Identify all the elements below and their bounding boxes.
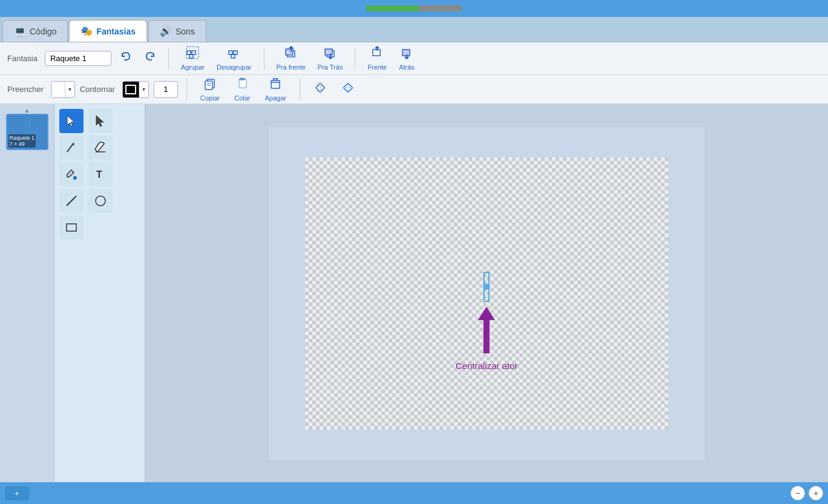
svg-rect-11: [325, 49, 332, 55]
tab-codigo[interactable]: 💻 Código: [2, 20, 68, 42]
flip-v-button[interactable]: [337, 79, 360, 100]
fantasia-label: Fantasia: [7, 54, 38, 63]
size-input[interactable]: [154, 81, 178, 98]
copiar-icon: [203, 77, 217, 93]
agrupar-button[interactable]: Agrupar: [177, 44, 208, 73]
colar-label: Colar: [234, 94, 250, 102]
paddle-shape: [484, 272, 490, 302]
canvas-area[interactable]: Centralizar ator: [145, 104, 828, 482]
fill-color-preview: [51, 82, 65, 97]
svg-rect-21: [239, 79, 246, 88]
tab-fantasias-label: Fantasias: [96, 27, 136, 36]
svg-rect-1: [192, 51, 196, 54]
separator2: [264, 48, 264, 70]
svg-point-37: [96, 196, 105, 206]
pra-frente-label: Pra frente: [277, 64, 306, 71]
pra-tras-button[interactable]: Pra Trás: [314, 44, 347, 73]
center-actor-label: Centralizar ator: [456, 361, 518, 371]
sprite-label: Raquete 1 7 × 49: [8, 134, 36, 148]
separator1: [168, 48, 169, 70]
apagar-icon: [269, 77, 282, 93]
progress-bar: [366, 5, 462, 11]
desagrupar-button[interactable]: Desagrupar: [213, 44, 255, 73]
pra-tras-label: Pra Trás: [318, 64, 343, 71]
scroll-up: ▲: [2, 106, 51, 114]
svg-line-36: [67, 196, 76, 206]
undo-button[interactable]: [116, 48, 136, 68]
zoom-minus-icon: −: [795, 488, 800, 498]
svg-marker-30: [67, 116, 74, 126]
copiar-button[interactable]: Copiar: [196, 74, 225, 104]
atras-button[interactable]: Atrás: [395, 44, 418, 73]
arrow-head: [478, 307, 495, 320]
outline-inner-box: [125, 85, 136, 94]
svg-rect-8: [286, 49, 293, 55]
select-tool[interactable]: [59, 109, 84, 133]
zoom-controls: − +: [790, 486, 823, 500]
svg-rect-5: [234, 51, 237, 54]
sprite-thumb-raquete1[interactable]: Raquete 1 7 × 49: [6, 114, 48, 150]
undo-icon: [120, 51, 132, 66]
desagrupar-label: Desagrupar: [217, 64, 251, 71]
toolbox: T: [54, 104, 145, 482]
redo-icon: [144, 51, 156, 66]
frente-label: Frente: [367, 64, 387, 71]
fill-arrow-icon: ▾: [65, 82, 74, 97]
bottom-bar: + − +: [0, 482, 828, 504]
tool-row-3: T: [59, 162, 140, 186]
canvas-outer: Centralizar ator: [269, 127, 705, 460]
eraser-tool[interactable]: [88, 136, 113, 160]
frente-icon: [370, 46, 384, 62]
contornar-label: Contornar: [80, 85, 115, 94]
tab-sons-label: Sons: [176, 27, 195, 36]
top-bar: [0, 0, 828, 17]
add-button[interactable]: +: [5, 486, 29, 500]
flip-h-icon: [314, 81, 327, 97]
pencil-tool[interactable]: [59, 136, 84, 160]
redo-button[interactable]: [140, 48, 160, 68]
separator5: [300, 79, 300, 100]
zoom-minus-button[interactable]: −: [790, 486, 805, 500]
frente-button[interactable]: Frente: [364, 44, 390, 73]
atras-label: Atrás: [399, 64, 415, 71]
desagrupar-icon: [228, 46, 241, 62]
rect-tool[interactable]: [59, 215, 84, 240]
outline-color-preview: [123, 82, 139, 97]
sprite-container: Centralizar ator: [456, 272, 518, 371]
line-tool[interactable]: [59, 189, 84, 213]
tool-row-1: [59, 109, 140, 133]
tool-row-2: [59, 136, 140, 160]
fill-color-dropdown[interactable]: ▾: [51, 81, 75, 98]
pra-frente-icon: [284, 46, 298, 62]
svg-rect-22: [271, 80, 280, 88]
colar-button[interactable]: Colar: [229, 74, 255, 104]
select2-tool[interactable]: [88, 109, 113, 133]
outline-arrow-icon: ▾: [139, 82, 148, 97]
colar-icon: [235, 77, 249, 93]
fantasias-icon: 🎭: [80, 25, 93, 37]
fantasia-name-input[interactable]: [45, 51, 111, 66]
text-tool[interactable]: T: [88, 162, 113, 186]
svg-marker-31: [96, 116, 104, 126]
codigo-icon: 💻: [14, 25, 26, 37]
tab-sons[interactable]: 🔊 Sons: [148, 20, 206, 42]
zoom-plus-button[interactable]: +: [809, 486, 823, 500]
outline-color-dropdown[interactable]: ▾: [122, 81, 149, 98]
agrupar-label: Agrupar: [181, 64, 205, 71]
fill-tool[interactable]: [59, 162, 84, 186]
circle-tool[interactable]: [88, 189, 113, 213]
pra-frente-button[interactable]: Pra frente: [273, 44, 309, 73]
preencher-label: Preencher: [7, 85, 44, 94]
atras-icon: [400, 46, 413, 62]
svg-rect-3: [186, 47, 199, 59]
canvas-inner[interactable]: Centralizar ator: [305, 157, 668, 430]
tab-fantasias[interactable]: 🎭 Fantasias: [69, 20, 147, 42]
apagar-button[interactable]: Apagar: [260, 74, 291, 104]
pra-tras-icon: [324, 46, 337, 62]
flip-h-button[interactable]: [309, 79, 332, 100]
paddle-handle: [484, 284, 490, 290]
flip-v-icon: [341, 81, 355, 97]
sprite-panel: ▲ Raquete 1 7 × 49: [0, 104, 54, 482]
copiar-label: Copiar: [200, 94, 220, 102]
tool-row-4: [59, 189, 140, 213]
